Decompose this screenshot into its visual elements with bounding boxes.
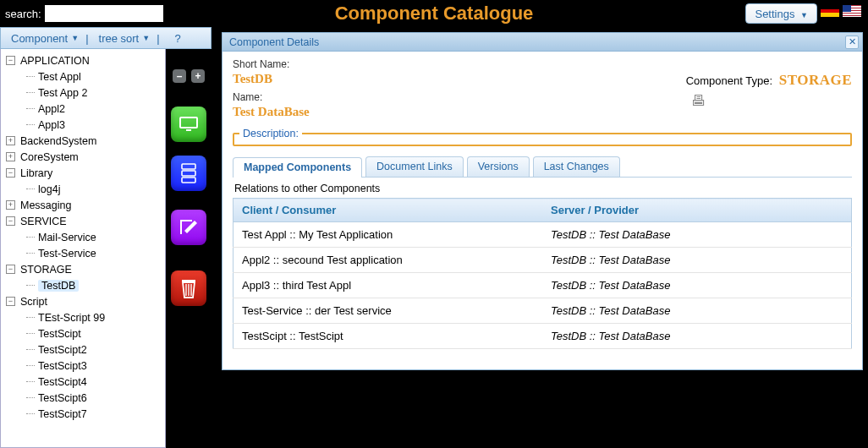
tree-node-label: TestScipt7 <box>38 408 87 420</box>
tree-node-label: Test App 2 <box>38 87 87 99</box>
monitor-icon[interactable] <box>171 107 206 142</box>
tree-node[interactable]: TestScipt7 <box>3 406 163 422</box>
tree-node[interactable]: Test-Service <box>3 245 163 261</box>
cell-provider: TestDB :: Test DataBase <box>542 273 852 298</box>
tree-node-label: TestScipt <box>38 328 81 340</box>
collapse-all-button[interactable]: – <box>173 69 186 83</box>
tree-toolbar: Component ▼ | tree sort ▼ | ? <box>0 27 212 49</box>
svg-rect-0 <box>180 117 197 128</box>
tab[interactable]: Versions <box>467 156 530 177</box>
print-icon[interactable]: 🖶 <box>686 92 706 110</box>
name-label: Name: <box>233 91 686 103</box>
tree-node-label: TestDB <box>38 280 79 292</box>
trash-icon[interactable] <box>171 270 206 306</box>
expand-icon[interactable]: + <box>6 152 15 161</box>
tree-node[interactable]: TestScipt2 <box>3 341 163 358</box>
storage-icon[interactable] <box>171 156 206 191</box>
search-input[interactable] <box>45 5 163 22</box>
tree-node[interactable]: log4j <box>3 181 163 197</box>
tree-node[interactable]: TestScipt <box>3 325 163 341</box>
tree-node[interactable]: −Library <box>3 165 163 181</box>
detail-tabs: Mapped ComponentsDocument LinksVersionsL… <box>233 156 852 178</box>
tree-node-label: Test Appl <box>38 71 81 83</box>
tab[interactable]: Last Changes <box>533 156 620 177</box>
tree-node[interactable]: +BackendSystem <box>3 133 163 149</box>
tree-node-label: TestScipt6 <box>38 392 87 404</box>
tree-node-label: Appl3 <box>38 119 65 131</box>
edit-icon[interactable] <box>171 210 206 245</box>
flag-de-icon[interactable] <box>821 5 839 17</box>
tree-node[interactable]: +Messaging <box>3 197 163 213</box>
expand-icon[interactable]: + <box>6 200 15 210</box>
short-name-value: TestDB <box>233 72 686 86</box>
collapse-icon[interactable]: − <box>6 297 15 306</box>
tree-node-label: CoreSystem <box>20 151 79 163</box>
tree-node[interactable]: +CoreSystem <box>3 149 163 165</box>
cell-provider: TestDB :: Test DataBase <box>542 248 852 273</box>
tree-sort-menu[interactable]: tree sort ▼ <box>92 32 157 45</box>
tree-node[interactable]: −SERVICE <box>3 213 163 229</box>
cell-client: Appl3 :: third Test Appl <box>233 273 543 298</box>
tree-node[interactable]: TestDB <box>3 277 163 293</box>
close-panel-button[interactable]: ✕ <box>845 36 859 49</box>
tree-node[interactable]: TestScipt4 <box>3 374 163 390</box>
tree-node-label: Library <box>20 167 52 179</box>
description-label: Description: <box>239 128 302 139</box>
tree-node[interactable]: Appl2 <box>3 101 163 117</box>
settings-label: Settings <box>755 8 794 20</box>
panel-title: Component Details <box>222 33 862 52</box>
cell-client: Test-Service :: der Test service <box>233 298 543 324</box>
table-row[interactable]: Test-Service :: der Test serviceTestDB :… <box>233 298 852 324</box>
component-tree[interactable]: −APPLICATIONTest ApplTest App 2Appl2Appl… <box>0 49 166 448</box>
expand-icon[interactable]: + <box>6 136 15 145</box>
relations-table: Client / Consumer Server / Provider Test… <box>233 198 852 349</box>
tree-node[interactable]: −STORAGE <box>3 261 163 277</box>
svg-rect-2 <box>182 164 195 169</box>
tree-node[interactable]: −APPLICATION <box>3 52 163 68</box>
collapse-icon[interactable]: − <box>6 168 15 178</box>
tree-node[interactable]: Appl3 <box>3 117 163 133</box>
component-menu[interactable]: Component ▼ <box>4 32 85 45</box>
tree-node-label: TEst-Script 99 <box>38 312 105 324</box>
tree-node[interactable]: Mail-Service <box>3 229 163 245</box>
settings-button[interactable]: Settings ▼ <box>745 3 817 24</box>
tree-node[interactable]: −Script <box>3 293 163 309</box>
svg-rect-1 <box>186 129 191 131</box>
col-client[interactable]: Client / Consumer <box>233 199 543 222</box>
cell-provider: TestDB :: Test DataBase <box>542 324 852 349</box>
expand-all-button[interactable]: + <box>191 69 205 83</box>
tree-node[interactable]: TestScipt3 <box>3 358 163 374</box>
tree-node[interactable]: Test Appl <box>3 68 163 85</box>
flag-en-icon[interactable] <box>843 5 861 17</box>
component-type-label: Component Type: <box>686 74 772 87</box>
header: search: Component Catalogue Settings ▼ <box>0 0 868 27</box>
table-row[interactable]: TestScipt :: TestSciptTestDB :: Test Dat… <box>233 324 852 349</box>
cell-client: TestScipt :: TestScipt <box>233 324 543 349</box>
cell-client: Test Appl :: My Test Application <box>233 222 543 248</box>
tree-node-label: STORAGE <box>20 264 72 276</box>
tree-node-label: log4j <box>38 183 60 195</box>
table-row[interactable]: Test Appl :: My Test ApplicationTestDB :… <box>233 222 852 248</box>
help-button[interactable]: ? <box>168 32 188 45</box>
tree-node[interactable]: TEst-Script 99 <box>3 309 163 325</box>
collapse-icon[interactable]: − <box>6 216 15 226</box>
component-type: Component Type: STORAGE <box>686 72 852 89</box>
tab[interactable]: Document Links <box>365 156 464 177</box>
collapse-icon[interactable]: − <box>6 56 15 65</box>
col-provider[interactable]: Server / Provider <box>542 199 852 222</box>
tree-node-label: Mail-Service <box>38 232 96 243</box>
name-value: Test DataBase <box>233 105 686 119</box>
table-row[interactable]: Appl2 :: secound Test applicationTestDB … <box>233 248 852 273</box>
tree-node-label: Appl2 <box>38 103 65 115</box>
svg-rect-3 <box>182 171 195 176</box>
tree-node-label: APPLICATION <box>20 55 90 67</box>
tree-node-label: TestScipt3 <box>38 360 87 372</box>
caret-down-icon: ▼ <box>142 34 150 42</box>
table-row[interactable]: Appl3 :: third Test ApplTestDB :: Test D… <box>233 273 852 298</box>
component-type-value: STORAGE <box>779 72 852 88</box>
tree-node[interactable]: Test App 2 <box>3 85 163 101</box>
tab[interactable]: Mapped Components <box>233 157 362 178</box>
tree-node[interactable]: TestScipt6 <box>3 390 163 406</box>
svg-rect-5 <box>182 280 195 282</box>
collapse-icon[interactable]: − <box>6 265 15 274</box>
